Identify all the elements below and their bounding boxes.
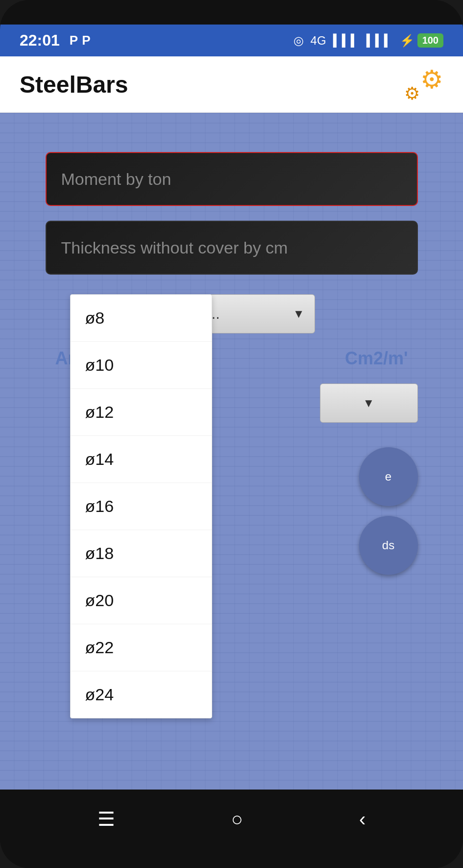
home-icon: ○ bbox=[231, 808, 243, 830]
gear-large-icon: ⚙ bbox=[420, 65, 443, 94]
bar-size-arrow-icon: ▼ bbox=[363, 396, 375, 410]
loads-button[interactable]: ds bbox=[359, 516, 418, 575]
status-time: 22:01 bbox=[20, 31, 60, 50]
bar-size-item-12[interactable]: ø12 bbox=[71, 389, 212, 436]
battery-container: ⚡ 100 bbox=[400, 33, 443, 48]
moment-placeholder: Moment by ton bbox=[61, 170, 171, 189]
status-app-icons: P P bbox=[70, 33, 91, 48]
battery-level: 100 bbox=[417, 33, 443, 48]
network-label: 4G bbox=[311, 34, 326, 48]
wifi-icon: ◎ bbox=[293, 34, 304, 48]
battery-charge-icon: ⚡ bbox=[400, 34, 414, 48]
bar-size-dropdown-list[interactable]: ø8 ø10 ø12 ø14 ø16 ø18 ø20 ø22 ø24 bbox=[70, 294, 212, 718]
back-button[interactable]: ‹ bbox=[349, 803, 375, 835]
bar-size-item-18[interactable]: ø18 bbox=[71, 530, 212, 577]
bar-size-item-10[interactable]: ø10 bbox=[71, 342, 212, 389]
bar-size-item-14[interactable]: ø14 bbox=[71, 436, 212, 483]
notch bbox=[188, 5, 276, 19]
app-header: SteelBars ⚙ ⚙ bbox=[0, 56, 463, 113]
bar-size-item-8[interactable]: ø8 bbox=[71, 295, 212, 342]
status-right: ◎ 4G ▍▍▍ ▍▍▍ ⚡ 100 bbox=[293, 33, 443, 48]
bar-size-item-20[interactable]: ø20 bbox=[71, 577, 212, 624]
bar-size-item-22[interactable]: ø22 bbox=[71, 624, 212, 671]
status-left: 22:01 P P bbox=[20, 31, 91, 50]
dropdown-row: Mild Ste.. ▼ ø8 ø10 ø12 ø14 ø16 ø18 ø20 … bbox=[46, 294, 418, 333]
bar-size-select[interactable]: ▼ bbox=[320, 383, 418, 423]
menu-button[interactable]: ☰ bbox=[88, 803, 125, 835]
thickness-input[interactable]: Thickness without cover by cm bbox=[46, 221, 418, 275]
main-content: Moment by ton Thickness without cover by… bbox=[0, 113, 463, 790]
phone-top bbox=[0, 0, 463, 25]
calculate-button[interactable]: e bbox=[359, 447, 418, 506]
back-icon: ‹ bbox=[359, 808, 366, 830]
bar-size-item-24[interactable]: ø24 bbox=[71, 671, 212, 718]
phone-bottom bbox=[0, 848, 463, 868]
signal-bars-2-icon: ▍▍▍ bbox=[366, 34, 393, 48]
thickness-placeholder: Thickness without cover by cm bbox=[61, 238, 288, 257]
signal-bars-icon: ▍▍▍ bbox=[333, 34, 360, 48]
settings-button[interactable]: ⚙ ⚙ bbox=[404, 65, 443, 104]
moment-input[interactable]: Moment by ton bbox=[46, 152, 418, 206]
steel-type-arrow-icon: ▼ bbox=[293, 307, 305, 321]
status-bar: 22:01 P P ◎ 4G ▍▍▍ ▍▍▍ ⚡ 100 bbox=[0, 25, 463, 56]
nav-bar: ☰ ○ ‹ bbox=[0, 790, 463, 848]
app-title: SteelBars bbox=[20, 71, 128, 98]
menu-icon: ☰ bbox=[97, 808, 115, 830]
gear-small-icon: ⚙ bbox=[404, 83, 420, 104]
phone-frame: 22:01 P P ◎ 4G ▍▍▍ ▍▍▍ ⚡ 100 SteelBars ⚙… bbox=[0, 0, 463, 868]
p-icon-1: P bbox=[70, 33, 78, 48]
bar-size-item-16[interactable]: ø16 bbox=[71, 483, 212, 530]
loads-button-label: ds bbox=[382, 538, 394, 553]
p-icon-2: P bbox=[82, 33, 90, 48]
home-button[interactable]: ○ bbox=[221, 803, 253, 835]
area-steel-unit: Cm2/m' bbox=[345, 348, 408, 369]
calculate-button-label: e bbox=[385, 470, 391, 484]
